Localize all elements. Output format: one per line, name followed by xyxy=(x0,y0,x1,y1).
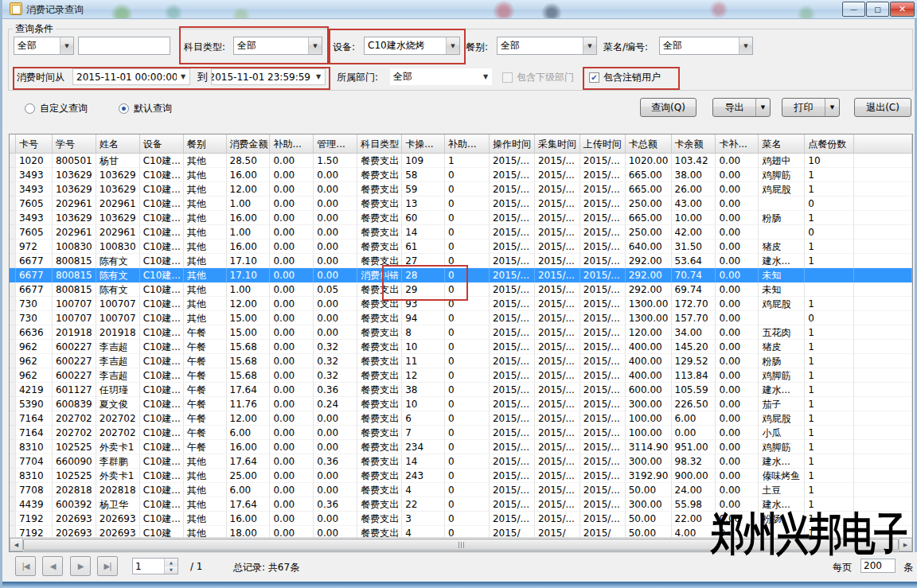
table-row[interactable]: 5390600839夏文俊C10建...午餐11.760.000.24餐费支出1… xyxy=(10,397,912,411)
row-selector[interactable] xyxy=(10,197,16,211)
column-header[interactable]: 菜名 xyxy=(759,134,805,153)
table-row[interactable]: 7708202818202818C10建...其他6.000.000.00餐费支… xyxy=(10,483,912,497)
keyword-input[interactable] xyxy=(78,37,170,55)
column-header[interactable]: 卡号 xyxy=(16,134,53,153)
table-row[interactable]: 962600227李吉超C10建...午餐15.680.000.32餐费支出12… xyxy=(10,368,912,383)
table-row[interactable]: 962600227李吉超C10建...午餐15.680.000.32餐费支出11… xyxy=(10,354,912,368)
row-selector[interactable] xyxy=(10,411,16,426)
row-selector[interactable] xyxy=(10,168,16,182)
table-row[interactable]: 8310102525外卖卡1C10建...午餐16.000.000.00餐费支出… xyxy=(10,440,912,454)
custom-query-radio[interactable]: 自定义查询 xyxy=(25,102,88,115)
row-selector[interactable] xyxy=(10,340,16,354)
spin-down-icon[interactable]: ▼ xyxy=(165,567,178,574)
table-row[interactable]: 3493103629103629C10建...其他16.000.000.00餐费… xyxy=(10,211,912,225)
column-header[interactable]: 补助... xyxy=(445,134,490,153)
row-selector[interactable] xyxy=(10,182,16,197)
table-row[interactable]: 972100830100830C10建...其他16.000.000.00餐费支… xyxy=(10,239,912,254)
query-button[interactable]: 查询(Q) xyxy=(640,98,697,117)
subject-type-combo[interactable]: 全部 ▼ xyxy=(233,37,322,55)
per-page-input[interactable] xyxy=(860,559,896,573)
time-to-picker[interactable]: 2015-11-01 23:59:59 ▼ xyxy=(211,68,326,85)
column-header[interactable]: 设备 xyxy=(140,134,184,153)
column-header[interactable]: 上传时间 xyxy=(580,134,626,153)
row-selector[interactable] xyxy=(10,440,16,454)
column-header[interactable]: 点餐份数 xyxy=(805,134,854,153)
column-header[interactable]: 卡余额 xyxy=(672,134,716,153)
table-row[interactable]: 4219601127任玥瑾C10建...午餐17.640.000.36餐费支出3… xyxy=(10,383,912,397)
column-header[interactable]: 卡总额 xyxy=(626,134,672,153)
scroll-left-button[interactable]: ◀ xyxy=(10,538,23,551)
row-selector[interactable] xyxy=(10,512,16,526)
row-selector[interactable] xyxy=(10,483,16,497)
page-number-input[interactable] xyxy=(133,559,164,574)
column-header[interactable]: 消费金额 xyxy=(227,134,271,153)
export-button[interactable]: 导出 ▼ xyxy=(712,98,771,117)
table-row[interactable]: 1020800501杨甘C10建...其他28.500.001.50餐费支出10… xyxy=(10,154,912,168)
table-row[interactable]: 962600227李吉超C10建...午餐15.680.000.32餐费支出10… xyxy=(10,340,912,354)
dish-combo[interactable]: 全部 ▼ xyxy=(659,37,753,55)
table-row[interactable]: 7605202961202961C10建...其他1.000.000.00餐费支… xyxy=(10,225,912,239)
column-header[interactable]: 管理... xyxy=(314,134,357,153)
table-row[interactable]: 7164202702202702C10建...午餐12.000.000.00餐费… xyxy=(10,411,912,426)
column-header[interactable]: 卡操... xyxy=(402,134,445,153)
row-selector[interactable] xyxy=(10,469,16,483)
horizontal-scrollbar[interactable]: ◀ ▶ xyxy=(10,537,912,551)
table-row[interactable]: 730100707100707C10建...其他12.000.000.00餐费支… xyxy=(10,297,912,311)
row-selector[interactable] xyxy=(10,254,16,268)
row-selector[interactable] xyxy=(10,354,16,368)
scrollbar-thumb[interactable] xyxy=(23,539,899,551)
column-header[interactable]: 学号 xyxy=(53,134,96,153)
column-header[interactable]: 姓名 xyxy=(96,134,140,153)
meal-combo[interactable]: 全部 ▼ xyxy=(497,37,597,55)
print-button[interactable]: 打印 ▼ xyxy=(782,98,840,117)
table-row[interactable]: 6677800815陈有文C10建...其他17.100.000.00餐费支出2… xyxy=(10,254,912,268)
chevron-down-icon[interactable]: ▼ xyxy=(825,99,839,116)
table-row[interactable]: 4439600392杨卫华C10建...其他17.640.000.36餐费支出2… xyxy=(10,497,912,512)
row-selector[interactable] xyxy=(10,239,16,254)
row-selector[interactable] xyxy=(10,497,16,512)
table-row[interactable]: 7164202702202702C10建...午餐6.000.000.00餐费支… xyxy=(10,426,912,440)
department-combo[interactable]: 全部 ▼ xyxy=(390,68,492,85)
row-selector[interactable] xyxy=(10,311,16,325)
maximize-button[interactable]: □ xyxy=(866,2,889,17)
table-row[interactable]: 3493103629103629C10建...其他12.000.000.00餐费… xyxy=(10,182,912,197)
first-page-button[interactable]: |◀ xyxy=(15,556,36,576)
page-number-spinner[interactable]: ▲ ▼ xyxy=(132,558,178,574)
table-row[interactable]: 7704660090李群鹏C10建...其他17.640.000.36餐费支出1… xyxy=(10,454,912,469)
filter-type-combo[interactable]: 全部 ▼ xyxy=(14,37,74,55)
column-header[interactable]: 餐别 xyxy=(184,134,227,153)
table-row[interactable]: 6636201918201918C10建...午餐15.000.000.00餐费… xyxy=(10,325,912,340)
minimize-button[interactable]: — xyxy=(842,2,865,17)
row-selector[interactable] xyxy=(10,211,16,225)
row-selector[interactable] xyxy=(10,368,16,383)
next-page-button[interactable]: ▶ xyxy=(70,556,91,576)
row-selector[interactable] xyxy=(10,397,16,411)
row-selector[interactable] xyxy=(10,268,16,282)
spin-up-icon[interactable]: ▲ xyxy=(165,559,178,567)
exit-button[interactable]: 退出(C) xyxy=(854,98,911,117)
table-row[interactable]: 7192202693202693C10建...其他16.000.000.00餐费… xyxy=(10,512,912,526)
last-page-button[interactable]: ▶| xyxy=(97,556,118,576)
default-query-radio[interactable]: 默认查询 xyxy=(119,102,172,115)
column-header[interactable]: 科目类型 xyxy=(357,134,402,153)
column-header[interactable] xyxy=(854,134,912,153)
column-header[interactable]: 补助... xyxy=(270,134,314,153)
row-selector[interactable] xyxy=(10,426,16,440)
table-row[interactable]: 6677800815陈有文C10建...其他17.100.000.00消费纠错2… xyxy=(10,268,912,282)
table-row[interactable]: 7605202961202961C10建...其他1.000.000.00餐费支… xyxy=(10,197,912,211)
row-selector[interactable] xyxy=(10,454,16,469)
scroll-right-button[interactable]: ▶ xyxy=(899,538,912,551)
time-from-picker[interactable]: 2015-11-01 00:00:00 ▼ xyxy=(72,68,190,85)
table-row[interactable]: 730100707100707C10建...其他15.000.000.00餐费支… xyxy=(10,311,912,325)
table-row[interactable]: 6677800815陈有文C10建...其他1.000.000.05餐费支出29… xyxy=(10,282,912,297)
row-selector[interactable] xyxy=(10,225,16,239)
include-cancelled-users-checkbox[interactable]: ✔ 包含注销用户 xyxy=(589,71,661,84)
table-row[interactable]: 3493103629103629C10建...其他16.000.000.00餐费… xyxy=(10,168,912,182)
column-header[interactable]: 操作时间 xyxy=(490,134,535,153)
column-header[interactable]: 采集时间 xyxy=(535,134,580,153)
row-selector[interactable] xyxy=(10,154,16,168)
row-selector[interactable] xyxy=(10,282,16,297)
row-selector[interactable] xyxy=(10,383,16,397)
prev-page-button[interactable]: ◀ xyxy=(42,556,63,576)
row-selector[interactable] xyxy=(10,297,16,311)
